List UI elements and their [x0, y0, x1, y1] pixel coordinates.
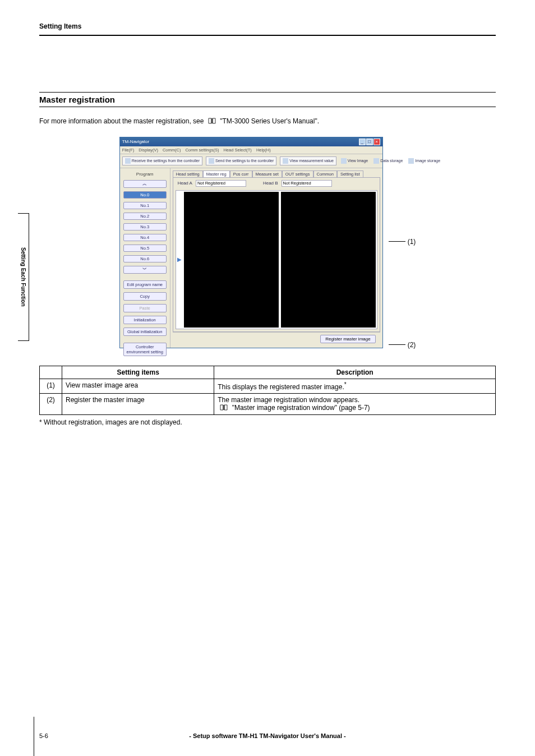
tab-common[interactable]: Common: [313, 170, 337, 177]
window-title: TM-Navigator: [122, 139, 149, 144]
menu-item-file[interactable]: File(F): [122, 147, 135, 153]
description-table: Setting items Description (1) View maste…: [39, 366, 496, 415]
col-setting-items: Setting items: [62, 366, 214, 379]
register-master-image-button[interactable]: Register master image: [320, 335, 375, 343]
receive-settings-button[interactable]: Receive the settings from the controller: [122, 156, 202, 165]
upload-icon: [209, 158, 214, 164]
scroll-down-button[interactable]: ︾: [123, 266, 167, 274]
main-area: Program ︽ No.0 No.1 No.2 No.3 No.4 No.5 …: [120, 168, 382, 348]
page-footer: 5-6 - Setup software TM-H1 TM-Navigator …: [39, 732, 496, 739]
program-label: Program: [123, 172, 167, 177]
intro-text: For more information about the master re…: [39, 117, 496, 126]
program-item-6[interactable]: No.6: [123, 255, 167, 262]
head-b-label: Head B: [263, 181, 278, 186]
program-item-2[interactable]: No.2: [123, 213, 167, 220]
program-item-4[interactable]: No.4: [123, 234, 167, 241]
tab-panel: Head A Head B ▶: [173, 177, 380, 332]
tab-master-reg[interactable]: Master reg: [203, 170, 230, 177]
program-item-5[interactable]: No.5: [123, 245, 167, 252]
download-icon: [125, 158, 131, 164]
book-icon: [208, 118, 216, 126]
menu-item-comm-settings[interactable]: Comm settings(S): [185, 147, 219, 153]
tab-strip: Head setting Master reg Pos corr Measure…: [173, 170, 380, 177]
maximize-button[interactable]: □: [366, 139, 373, 145]
storage-icon: [373, 158, 379, 164]
menu-item-head-select[interactable]: Head Select(T): [223, 147, 251, 153]
tab-head-setting[interactable]: Head setting: [173, 170, 203, 177]
menu-item-help[interactable]: Help(H): [256, 147, 271, 153]
head-a-field: [196, 180, 246, 187]
meter-icon: [283, 158, 288, 164]
send-settings-button[interactable]: Send the settings to the controller: [206, 156, 276, 165]
program-sidebar: Program ︽ No.0 No.1 No.2 No.3 No.4 No.5 …: [120, 168, 170, 348]
program-item-1[interactable]: No.1: [123, 202, 167, 209]
col-description: Description: [214, 366, 496, 379]
header-rule: [39, 35, 496, 36]
head-a-image: [184, 192, 279, 328]
side-tab: Setting Each Function: [18, 213, 29, 341]
toolbar: Receive the settings from the controller…: [120, 154, 382, 168]
tab-setting-list[interactable]: Setting list: [337, 170, 363, 177]
footnote: * Without registration, images are not d…: [39, 418, 496, 426]
book-icon: [220, 404, 228, 412]
callout-1: (1): [408, 238, 416, 246]
table-row: (1) View master image area This displays…: [40, 379, 496, 393]
view-image-button[interactable]: View Image: [340, 156, 369, 165]
head-b-image: [281, 192, 376, 328]
initialization-button[interactable]: Initialization: [123, 316, 167, 324]
global-init-button[interactable]: Global initialization: [123, 328, 167, 336]
menu-item-display[interactable]: Display(V): [139, 147, 158, 153]
app-window: TM-Navigator _ □ × File(F) Display(V) Co…: [119, 137, 383, 348]
head-b-field: [282, 180, 332, 187]
image-icon: [341, 158, 347, 164]
copy-button[interactable]: Copy: [123, 292, 167, 301]
program-item-3[interactable]: No.3: [123, 223, 167, 231]
running-header: Setting Items: [39, 22, 496, 30]
footer-rule: [34, 717, 34, 756]
scroll-up-button[interactable]: ︽: [123, 180, 167, 188]
edit-program-name-button[interactable]: Edit program name: [123, 280, 167, 289]
menu-item-comm[interactable]: Comm(C): [163, 147, 181, 153]
expand-arrow-icon[interactable]: ▶: [177, 256, 182, 262]
content-panel: Head setting Master reg Pos corr Measure…: [170, 168, 382, 348]
table-row: (2) Register the master image The master…: [40, 393, 496, 414]
view-measurement-button[interactable]: View measurement value: [280, 156, 336, 165]
callout-2: (2): [408, 341, 416, 349]
tab-out-settings[interactable]: OUT settings: [282, 170, 313, 177]
paste-button[interactable]: Paste: [123, 304, 167, 312]
minimize-button[interactable]: _: [359, 139, 366, 145]
titlebar: TM-Navigator _ □ ×: [120, 137, 382, 146]
menubar: File(F) Display(V) Comm(C) Comm settings…: [120, 146, 382, 154]
master-image-area: ▶: [176, 190, 377, 329]
program-item-0[interactable]: No.0: [123, 191, 167, 199]
controller-env-button[interactable]: Controller environment setting: [123, 343, 167, 356]
intro-prefix: For more information about the master re…: [39, 117, 206, 125]
section-title: Master registration: [39, 92, 496, 107]
tab-pos-corr[interactable]: Pos corr: [230, 170, 252, 177]
footer-title: - Setup software TM-H1 TM-Navigator User…: [39, 732, 496, 739]
close-button[interactable]: ×: [373, 139, 380, 145]
intro-suffix: "TM-3000 Series User's Manual".: [220, 117, 319, 125]
tab-measure-set[interactable]: Measure set: [252, 170, 282, 177]
head-a-label: Head A: [178, 181, 192, 186]
